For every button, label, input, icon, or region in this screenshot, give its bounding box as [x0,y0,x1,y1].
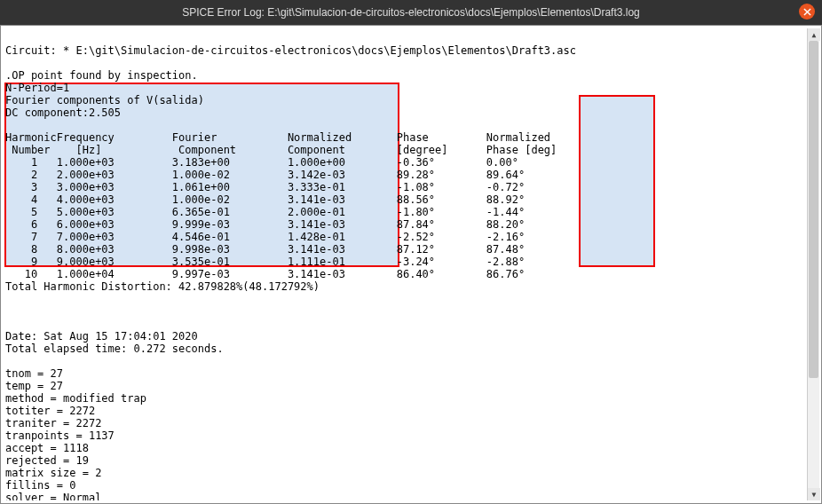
circuit-line: Circuit: * E:\git\Simulacion-de-circuito… [5,44,576,57]
vertical-scrollbar[interactable]: ▲ ▼ [807,28,819,500]
dc-component-line: DC component:2.505 [5,106,121,119]
nperiod-line: N-Period=1 [5,82,69,94]
elapsed-line: Total elapsed time: 0.272 seconds. [5,343,224,355]
close-icon [803,8,811,16]
solver-line: solver = Normal [5,492,101,500]
thd-line: Total Harmonic Distortion: 42.879828%(48… [5,280,320,293]
matrix-size-line: matrix size = 2 [5,467,101,479]
log-pre[interactable]: Circuit: * E:\git\Simulacion-de-circuito… [5,44,805,500]
temp-line: temp = 27 [5,380,63,392]
table-header-row-2: Number [Hz] Component Component [degree]… [5,144,602,156]
titlebar: SPICE Error Log: E:\git\Simulacion-de-ci… [0,0,822,25]
close-button[interactable] [799,4,815,20]
method-line: method = modified trap [5,392,146,405]
scroll-up-arrow-icon[interactable]: ▲ [808,28,820,41]
fillins-line: fillins = 0 [5,479,75,492]
tranpoints-line: tranpoints = 1137 [5,429,115,442]
scroll-down-arrow-icon[interactable]: ▼ [808,488,820,500]
scroll-thumb[interactable] [809,41,818,378]
table-header-row-1: HarmonicFrequency Fourier Normalized Pha… [5,131,602,144]
traniter-line: traniter = 2272 [5,417,101,429]
rejected-line: rejected = 19 [5,454,89,467]
tnom-line: tnom = 27 [5,367,63,380]
op-point-line: .OP point found by inspection. [5,69,198,82]
log-text[interactable]: Circuit: * E:\git\Simulacion-de-circuito… [4,28,807,500]
table-body: 1 1.000e+03 3.183e+00 1.000e+00 -0.36° 0… [5,156,531,280]
window-title: SPICE Error Log: E:\git\Simulacion-de-ci… [182,6,640,19]
fourier-of-line: Fourier components of V(salida) [5,94,204,106]
date-line: Date: Sat Aug 15 17:04:01 2020 [5,330,198,343]
totiter-line: totiter = 2272 [5,405,95,417]
accept-line: accept = 1118 [5,442,89,454]
log-panel: Circuit: * E:\git\Simulacion-de-circuito… [0,25,822,504]
